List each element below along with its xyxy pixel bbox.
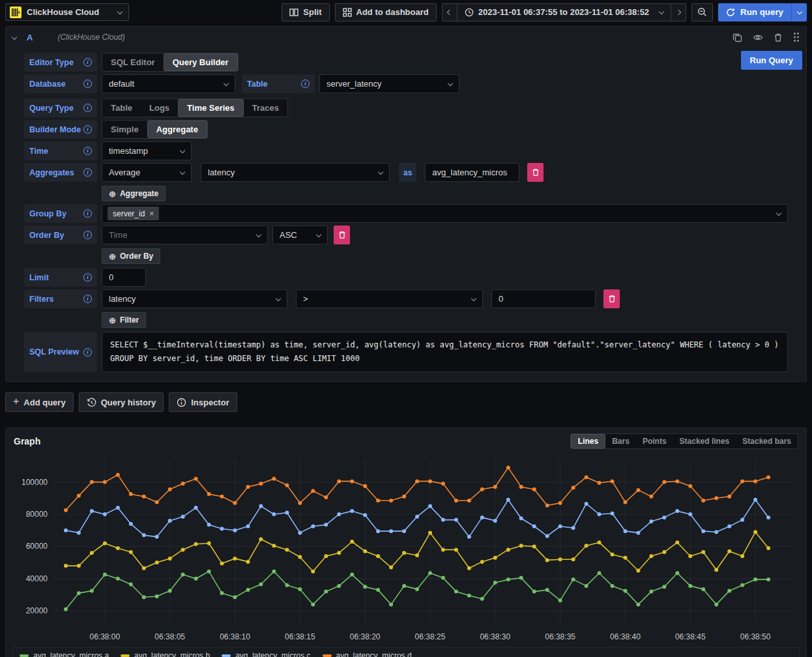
data-point[interactable] <box>532 488 536 491</box>
data-point[interactable] <box>337 551 341 555</box>
filter-value-input[interactable] <box>491 289 596 308</box>
data-point[interactable] <box>116 506 120 510</box>
data-point[interactable] <box>532 525 536 529</box>
order-by-column-select[interactable]: Time <box>102 226 268 244</box>
data-point[interactable] <box>350 540 354 544</box>
data-point[interactable] <box>90 480 94 484</box>
editor-run-query-button[interactable]: Run Query <box>741 51 802 70</box>
data-point[interactable] <box>415 479 419 483</box>
data-point[interactable] <box>64 508 68 512</box>
data-point[interactable] <box>207 492 211 496</box>
data-point[interactable] <box>324 523 328 527</box>
data-point[interactable] <box>350 509 354 513</box>
add-order-by-button[interactable]: ⊕ Order By <box>102 248 160 264</box>
data-point[interactable] <box>181 548 185 551</box>
builder-mode-aggregate[interactable]: Aggregate <box>148 121 207 138</box>
data-point[interactable] <box>428 479 432 483</box>
builder-mode-simple[interactable]: Simple <box>102 121 147 138</box>
data-point[interactable] <box>363 585 367 589</box>
data-point[interactable] <box>311 602 315 606</box>
time-shift-forward-button[interactable] <box>671 3 686 22</box>
info-icon[interactable]: i <box>83 348 92 357</box>
data-point[interactable] <box>389 566 393 570</box>
data-point[interactable] <box>688 584 692 588</box>
data-point[interactable] <box>207 570 211 574</box>
data-point[interactable] <box>598 540 602 544</box>
data-point[interactable] <box>624 529 628 533</box>
info-icon[interactable]: i <box>83 273 92 282</box>
data-point[interactable] <box>585 475 588 479</box>
legend-item[interactable]: avg_latency_micros a <box>20 651 109 657</box>
data-point[interactable] <box>649 590 653 594</box>
data-point[interactable] <box>194 542 198 546</box>
data-point[interactable] <box>402 529 406 533</box>
data-point[interactable] <box>467 499 471 503</box>
add-filter-button[interactable]: ⊕ Filter <box>102 312 146 328</box>
datasource-picker[interactable]: ClickHouse Cloud <box>5 3 129 21</box>
legend-item[interactable]: avg_latency_micros b <box>121 651 210 657</box>
data-point[interactable] <box>585 584 588 588</box>
info-icon[interactable]: i <box>301 80 310 88</box>
data-point[interactable] <box>103 573 107 577</box>
data-point[interactable] <box>376 588 380 592</box>
data-point[interactable] <box>64 607 68 611</box>
data-point[interactable] <box>77 494 81 498</box>
data-point[interactable] <box>675 571 679 575</box>
time-shift-back-button[interactable] <box>442 3 457 22</box>
data-point[interactable] <box>415 553 419 557</box>
graph-style-stacked-lines[interactable]: Stacked lines <box>673 434 736 448</box>
data-point[interactable] <box>77 531 81 534</box>
aggregate-column-select[interactable]: latency <box>201 163 390 182</box>
data-point[interactable] <box>624 501 628 504</box>
data-point[interactable] <box>532 590 536 594</box>
data-point[interactable] <box>194 477 198 481</box>
info-icon[interactable]: i <box>83 125 92 134</box>
data-point[interactable] <box>662 480 666 484</box>
data-point[interactable] <box>233 595 237 599</box>
data-point[interactable] <box>324 495 328 499</box>
data-point[interactable] <box>714 496 718 500</box>
data-point[interactable] <box>545 503 549 507</box>
data-point[interactable] <box>298 555 302 559</box>
data-point[interactable] <box>636 531 640 534</box>
data-point[interactable] <box>662 585 666 589</box>
data-point[interactable] <box>181 573 185 577</box>
data-point[interactable] <box>493 485 497 489</box>
data-point[interactable] <box>727 495 731 499</box>
data-point[interactable] <box>142 495 146 499</box>
data-point[interactable] <box>181 482 185 486</box>
split-button[interactable]: Split <box>282 3 329 22</box>
disable-query-eye-icon[interactable] <box>753 33 763 42</box>
graph-style-bars[interactable]: Bars <box>605 434 636 448</box>
data-point[interactable] <box>454 518 458 522</box>
group-by-multiselect[interactable]: server_id × <box>102 204 788 223</box>
data-point[interactable] <box>545 534 549 538</box>
data-point[interactable] <box>636 569 640 573</box>
remove-query-trash-icon[interactable] <box>774 33 783 42</box>
data-point[interactable] <box>727 589 731 592</box>
data-point[interactable] <box>740 554 744 558</box>
data-point[interactable] <box>337 479 341 483</box>
data-point[interactable] <box>103 480 107 484</box>
data-point[interactable] <box>636 488 640 492</box>
data-point[interactable] <box>298 501 302 505</box>
info-icon[interactable]: i <box>83 209 92 218</box>
data-point[interactable] <box>766 475 770 479</box>
data-point[interactable] <box>402 584 406 588</box>
data-point[interactable] <box>441 482 445 486</box>
data-point[interactable] <box>207 523 211 527</box>
data-point[interactable] <box>454 499 458 503</box>
aggregate-alias-input[interactable] <box>425 163 519 182</box>
query-type-table[interactable]: Table <box>102 99 141 117</box>
data-point[interactable] <box>558 501 562 505</box>
duplicate-query-icon[interactable] <box>732 33 742 42</box>
data-point[interactable] <box>688 512 692 516</box>
data-point[interactable] <box>428 504 432 508</box>
data-point[interactable] <box>259 482 263 486</box>
data-point[interactable] <box>402 495 406 499</box>
data-point[interactable] <box>194 506 198 510</box>
data-point[interactable] <box>740 479 744 483</box>
graph-style-stacked-bars[interactable]: Stacked bars <box>736 434 798 448</box>
data-point[interactable] <box>572 577 575 581</box>
data-point[interactable] <box>493 556 497 560</box>
